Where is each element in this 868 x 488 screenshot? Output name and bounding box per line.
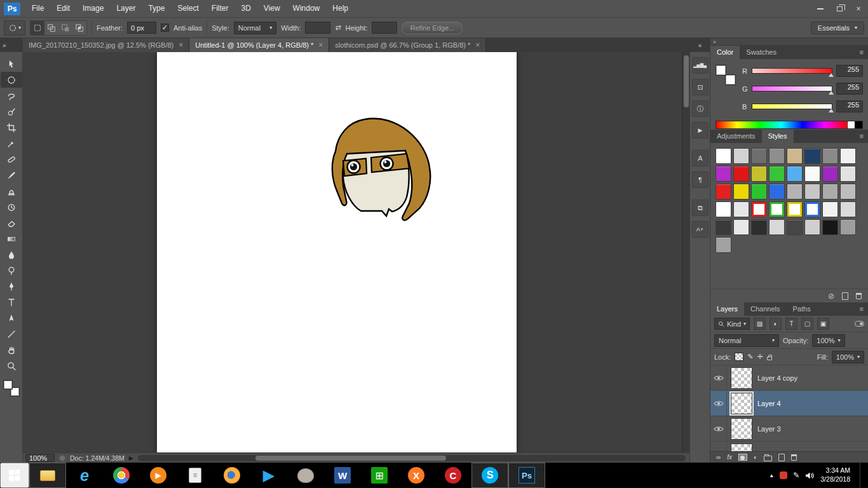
background-color-swatch[interactable] xyxy=(725,74,736,85)
show-desktop-button[interactable] xyxy=(860,463,863,488)
layer-row-layer-2[interactable]: Layer 2 xyxy=(710,442,868,451)
close-tab-icon[interactable]: × xyxy=(179,41,183,50)
white-swatch[interactable] xyxy=(847,121,855,128)
menu-file[interactable]: File xyxy=(25,0,50,17)
style-swatch[interactable] xyxy=(715,237,731,253)
taskbar-firefox[interactable] xyxy=(214,463,250,488)
shape-tool[interactable] xyxy=(1,326,22,342)
style-swatch[interactable] xyxy=(787,201,803,217)
green-slider[interactable] xyxy=(752,86,832,92)
filter-adjustment-layers-icon[interactable]: ◐ xyxy=(770,318,782,330)
layer-row-layer-4[interactable]: Layer 4 xyxy=(710,391,868,416)
style-swatch[interactable] xyxy=(715,184,731,200)
style-swatch[interactable] xyxy=(804,148,820,164)
menu-filter[interactable]: Filter xyxy=(205,0,235,17)
start-button[interactable] xyxy=(0,463,29,488)
foreground-color-swatch[interactable] xyxy=(715,65,726,76)
zoom-tool[interactable] xyxy=(1,358,22,374)
panel-menu-icon[interactable]: ≡ xyxy=(860,302,868,316)
style-swatch[interactable] xyxy=(751,219,767,235)
style-swatch[interactable] xyxy=(787,184,803,200)
actions-panel-icon[interactable]: ▶ xyxy=(692,122,709,139)
style-swatch[interactable] xyxy=(840,148,856,164)
style-swatch[interactable] xyxy=(822,148,838,164)
taskbar-word[interactable]: W xyxy=(324,463,361,488)
menu-select[interactable]: Select xyxy=(171,0,205,17)
info-panel-icon[interactable]: ⓘ xyxy=(692,100,709,117)
horizontal-scrollbar[interactable] xyxy=(138,455,686,461)
filter-type-layers-icon[interactable]: T xyxy=(785,318,797,330)
panels-collapse-bar[interactable]: « xyxy=(690,38,710,52)
dock-header[interactable]: » xyxy=(710,38,868,46)
menu-edit[interactable]: Edit xyxy=(50,0,76,17)
pen-tool[interactable] xyxy=(1,278,22,294)
taskbar-notepad[interactable]: ≡ xyxy=(177,463,214,488)
layer-name[interactable]: Layer 4 xyxy=(757,400,781,407)
new-selection-button[interactable] xyxy=(31,21,44,35)
taskbar-gimp[interactable] xyxy=(287,463,324,488)
menu-type[interactable]: Type xyxy=(142,0,171,17)
style-swatch[interactable] xyxy=(715,166,731,182)
style-swatch[interactable] xyxy=(769,184,785,200)
fill-field[interactable]: 100% ▾ xyxy=(832,351,864,363)
layer-visibility-toggle[interactable] xyxy=(710,442,727,451)
slider-knob[interactable] xyxy=(829,91,834,95)
blue-slider[interactable] xyxy=(752,104,832,109)
layer-name[interactable]: Layer 3 xyxy=(757,425,781,433)
paragraph-panel-icon[interactable]: ¶ xyxy=(692,172,709,188)
style-swatch[interactable] xyxy=(822,184,838,200)
style-swatch[interactable] xyxy=(733,201,749,217)
new-style-icon[interactable] xyxy=(842,292,848,300)
eraser-tool[interactable] xyxy=(1,215,22,231)
style-swatch[interactable] xyxy=(769,166,785,182)
style-swatch[interactable] xyxy=(769,219,785,235)
style-swatch[interactable] xyxy=(840,201,856,217)
style-swatch[interactable] xyxy=(733,184,749,200)
canvas-document[interactable] xyxy=(157,52,517,452)
menu-view[interactable]: View xyxy=(257,0,287,17)
new-group-icon[interactable] xyxy=(764,456,772,461)
layer-name[interactable]: Layer 4 copy xyxy=(757,374,797,382)
add-to-selection-button[interactable] xyxy=(44,21,58,35)
style-dropdown[interactable]: Normal ▾ xyxy=(234,22,276,34)
lock-transparency-icon[interactable] xyxy=(735,353,743,361)
eyedropper-tool[interactable] xyxy=(1,135,22,151)
delete-layer-icon[interactable] xyxy=(791,454,797,461)
layer-thumbnail[interactable] xyxy=(731,367,752,389)
new-layer-icon[interactable] xyxy=(778,454,785,461)
layer-visibility-toggle[interactable] xyxy=(710,391,727,416)
volume-icon[interactable] xyxy=(805,471,815,480)
style-swatch[interactable] xyxy=(751,148,767,164)
black-swatch[interactable] xyxy=(855,121,862,128)
subtract-from-selection-button[interactable] xyxy=(58,21,72,35)
color-spectrum-bar[interactable] xyxy=(715,121,863,129)
panel-menu-icon[interactable]: ≡ xyxy=(860,46,868,59)
dodge-tool[interactable] xyxy=(1,262,22,278)
style-swatch[interactable] xyxy=(769,201,785,217)
style-swatch[interactable] xyxy=(733,166,749,182)
menu-layer[interactable]: Layer xyxy=(110,0,142,17)
lock-position-icon[interactable]: ✛ xyxy=(757,353,763,361)
character-styles-panel-icon[interactable]: A+ xyxy=(692,221,709,238)
opacity-field[interactable]: 100% ▾ xyxy=(812,334,844,347)
style-swatch[interactable] xyxy=(840,219,856,235)
taskbar-media-player[interactable]: ▶ xyxy=(140,463,177,488)
taskbar-clock[interactable]: 3:34 AM 3/28/2018 xyxy=(820,466,850,484)
taskbar-movies-tv[interactable]: ▶ xyxy=(250,463,287,488)
tab-styles[interactable]: Styles xyxy=(762,130,794,143)
spot-healing-brush-tool[interactable] xyxy=(1,151,22,167)
style-swatch[interactable] xyxy=(733,148,749,164)
slider-knob[interactable] xyxy=(829,73,834,77)
red-slider[interactable] xyxy=(752,68,832,74)
histogram-panel-icon[interactable]: ▂▅▇▄ xyxy=(692,57,709,74)
taskbar-store[interactable]: ⊞ xyxy=(361,463,398,488)
style-swatch[interactable] xyxy=(822,201,838,217)
quick-selection-tool[interactable] xyxy=(1,104,22,119)
taskbar-chrome[interactable] xyxy=(103,463,140,488)
filter-smart-object-icon[interactable]: ▣ xyxy=(817,318,829,330)
style-swatch[interactable] xyxy=(787,219,803,235)
style-swatch[interactable] xyxy=(804,166,820,182)
tool-preset-picker[interactable]: ▾ xyxy=(4,20,25,36)
document-tab-untitled-1[interactable]: Untitled-1 @ 100% (Layer 4, RGB/8) * × xyxy=(189,38,329,52)
close-tab-icon[interactable]: × xyxy=(475,41,480,50)
